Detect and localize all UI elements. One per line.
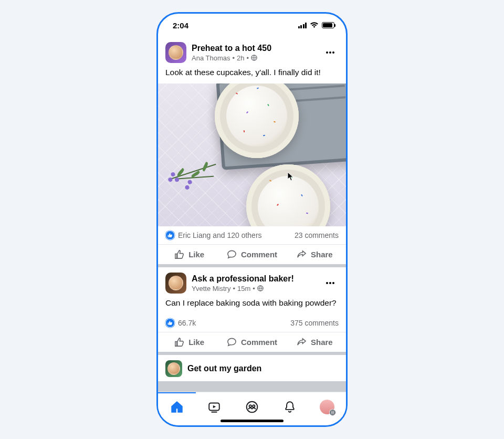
post-age: 15m [237,285,250,292]
audience-public-icon [257,285,264,291]
author-name[interactable]: Yvette Mistry [192,285,230,292]
feed-post[interactable]: Get out my garden [158,355,346,381]
reaction-text: 66.7k [178,319,196,327]
post-photo[interactable] [158,83,346,226]
bell-icon [283,400,297,414]
nav-notifications[interactable] [271,395,309,419]
watch-icon [207,400,221,414]
reaction-summary[interactable]: Eric Liang and 120 others [165,231,262,240]
post-age: 2h [237,54,244,62]
post-body: Can I replace baking soda with baking po… [158,296,346,314]
post-menu-button[interactable] [322,44,339,61]
group-avatar[interactable] [165,42,186,63]
svg-point-2 [329,51,331,54]
reaction-text: Eric Liang and 120 others [178,231,262,239]
like-button[interactable]: Like [158,332,220,352]
svg-point-3 [332,51,334,54]
group-avatar[interactable] [165,273,186,294]
menu-badge-icon [329,409,336,416]
svg-point-7 [332,282,334,284]
comment-button[interactable]: Comment [220,332,283,352]
groups-icon [245,400,259,414]
status-bar: 2:04 [158,14,346,37]
feed[interactable]: Preheat to a hot 450 Ana Thomas • 2h • [158,37,346,392]
svg-point-11 [253,405,255,407]
like-reaction-icon [165,231,175,240]
svg-point-10 [249,405,251,407]
phone-frame: 2:04 Preheat to a hot 450 Ana Thomas • 2… [156,12,348,427]
group-avatar[interactable] [165,360,182,377]
like-reaction-icon [165,318,175,328]
wifi-icon [310,22,319,28]
svg-point-5 [326,282,328,284]
comment-count[interactable]: 23 comments [295,231,339,239]
audience-public-icon [251,55,257,61]
home-icon [170,400,184,414]
reaction-summary[interactable]: 66.7k [165,318,196,328]
comment-count[interactable]: 375 comments [290,319,339,327]
mouse-cursor-icon [287,172,295,181]
like-button[interactable]: Like [158,245,220,264]
status-indicators [298,22,335,28]
post-menu-button[interactable] [322,275,339,291]
post-meta: Ana Thomas • 2h • [192,54,317,62]
feed-post[interactable]: Preheat to a hot 450 Ana Thomas • 2h • [158,37,346,267]
author-name[interactable]: Ana Thomas [192,54,230,62]
svg-point-9 [247,402,258,413]
svg-point-1 [326,51,328,54]
comment-button[interactable]: Comment [220,245,283,264]
nav-groups[interactable] [233,395,271,419]
status-time: 2:04 [173,21,188,30]
group-name[interactable]: Ask a professional baker! [192,274,317,284]
bottom-nav [158,392,346,425]
svg-point-6 [329,282,331,284]
post-meta: Yvette Mistry • 15m • [192,285,317,292]
feed-post[interactable]: Ask a professional baker! Yvette Mistry … [158,267,346,355]
profile-avatar-icon [320,400,334,414]
home-indicator [220,420,284,422]
nav-home[interactable] [158,395,196,419]
nav-menu[interactable] [308,395,346,419]
active-tab-indicator [158,392,196,393]
nav-watch[interactable] [196,395,234,419]
group-name[interactable]: Get out my garden [187,363,339,373]
share-button[interactable]: Share [284,245,346,264]
group-name[interactable]: Preheat to a hot 450 [192,43,317,53]
cellular-icon [298,23,307,28]
post-body: Look at these cupcakes, y'all. I finally… [158,65,346,83]
share-button[interactable]: Share [284,332,346,352]
battery-icon [322,22,334,28]
